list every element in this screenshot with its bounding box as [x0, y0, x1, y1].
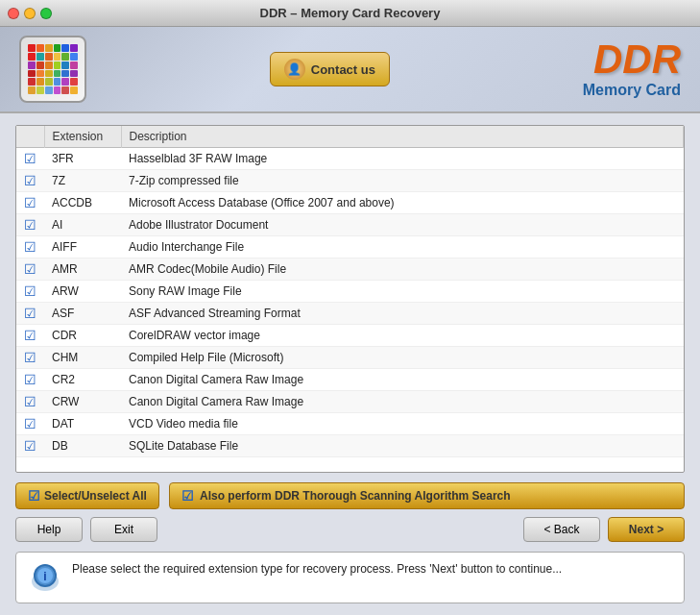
header: 👤 Contact us DDR Memory Card: [0, 27, 700, 113]
mosaic-cell: [36, 70, 44, 78]
mosaic-cell: [36, 78, 44, 86]
maximize-button[interactable]: [40, 8, 52, 19]
bottom-controls: ☑ Select/Unselect All ☑ Also perform DDR…: [15, 482, 685, 542]
row-checkbox[interactable]: ☑: [16, 192, 44, 214]
row-description: Canon Digital Camera Raw Image: [121, 369, 684, 391]
row-extension: AI: [44, 214, 121, 236]
row-description: 7-Zip compressed file: [121, 170, 684, 192]
mosaic-cell: [54, 53, 61, 61]
row-checkbox[interactable]: ☑: [16, 347, 44, 369]
mosaic-cell: [61, 78, 69, 86]
table-row[interactable]: ☑ AI Adobe Illustrator Document: [16, 214, 684, 236]
row-description: Compiled Help File (Microsoft): [121, 347, 684, 369]
mosaic-cell: [70, 78, 78, 86]
table-row[interactable]: ☑ ASF ASF Advanced Streaming Format: [16, 303, 684, 325]
brand-name: DDR: [583, 39, 681, 80]
row-extension: ACCDB: [44, 192, 121, 214]
table-row[interactable]: ☑ CRW Canon Digital Camera Raw Image: [16, 391, 684, 413]
mosaic-cell: [70, 44, 78, 52]
col-extension: Extension: [44, 126, 121, 148]
row-extension: CRW: [44, 391, 121, 413]
row-description: Audio Interchange File: [121, 236, 684, 258]
table-row[interactable]: ☑ ACCDB Microsoft Access Database (Offic…: [16, 192, 684, 214]
mosaic-cell: [70, 53, 78, 61]
mosaic-cell: [45, 70, 53, 78]
row-checkbox[interactable]: ☑: [16, 148, 44, 170]
row-checkbox[interactable]: ☑: [16, 214, 44, 236]
row-extension: ASF: [44, 303, 121, 325]
row-checkbox[interactable]: ☑: [16, 281, 44, 303]
table-row[interactable]: ☑ CR2 Canon Digital Camera Raw Image: [16, 369, 684, 391]
title-bar: DDR – Memory Card Recovery: [0, 0, 700, 27]
mosaic-cell: [36, 62, 44, 69]
mosaic-cell: [45, 78, 53, 86]
mosaic-cell: [28, 86, 36, 94]
window-controls[interactable]: [8, 8, 52, 19]
info-box: i Please select the required extension t…: [15, 552, 685, 603]
row-description: CorelDRAW vector image: [121, 325, 684, 347]
row-extension: 7Z: [44, 170, 121, 192]
mosaic-cell: [45, 53, 53, 61]
row-checkbox[interactable]: ☑: [16, 303, 44, 325]
info-icon: i: [28, 560, 62, 595]
table-row[interactable]: ☑ 7Z 7-Zip compressed file: [16, 170, 684, 192]
row-checkbox[interactable]: ☑: [16, 413, 44, 435]
row-description: Canon Digital Camera Raw Image: [121, 391, 684, 413]
col-description: Description: [121, 126, 684, 148]
table-row[interactable]: ☑ CHM Compiled Help File (Microsoft): [16, 347, 684, 369]
row-checkbox[interactable]: ☑: [16, 258, 44, 281]
minimize-button[interactable]: [24, 8, 36, 19]
mosaic-cell: [36, 86, 44, 94]
mosaic-cell: [45, 44, 53, 52]
row-checkbox[interactable]: ☑: [16, 236, 44, 258]
table-row[interactable]: ☑ DAT VCD Video media file: [16, 413, 684, 435]
select-all-button[interactable]: ☑ Select/Unselect All: [15, 482, 159, 509]
mosaic-cell: [61, 86, 69, 94]
next-button[interactable]: Next >: [608, 517, 685, 542]
svg-text:i: i: [43, 570, 46, 583]
exit-button[interactable]: Exit: [90, 517, 157, 542]
row-extension: ARW: [44, 281, 121, 303]
mosaic-cell: [54, 78, 61, 86]
row-extension: AMR: [44, 258, 121, 281]
info-message: Please select the required extension typ…: [72, 560, 562, 578]
row-checkbox[interactable]: ☑: [16, 369, 44, 391]
table-row[interactable]: ☑ CDR CorelDRAW vector image: [16, 325, 684, 347]
back-button[interactable]: < Back: [523, 517, 600, 542]
mosaic-cell: [45, 86, 53, 94]
mosaic-cell: [28, 70, 36, 78]
controls-row-2: Help Exit < Back Next >: [15, 517, 685, 542]
file-type-table-container[interactable]: Extension Description ☑ 3FR Hasselblad 3…: [15, 125, 685, 473]
row-extension: 3FR: [44, 148, 121, 170]
mosaic-cell: [54, 70, 61, 78]
row-extension: CR2: [44, 369, 121, 391]
mosaic-cell: [61, 53, 69, 61]
window-title: DDR – Memory Card Recovery: [260, 6, 441, 20]
table-row[interactable]: ☑ 3FR Hasselblad 3F RAW Image: [16, 148, 684, 170]
row-checkbox[interactable]: ☑: [16, 170, 44, 192]
mosaic-cell: [61, 44, 69, 52]
mosaic-cell: [54, 44, 61, 52]
brand-area: DDR Memory Card: [583, 39, 681, 99]
row-description: ASF Advanced Streaming Format: [121, 303, 684, 325]
row-checkbox[interactable]: ☑: [16, 391, 44, 413]
close-button[interactable]: [8, 8, 19, 19]
row-extension: AIFF: [44, 236, 121, 258]
row-checkbox[interactable]: ☑: [16, 325, 44, 347]
table-header-row: Extension Description: [16, 126, 684, 148]
help-button[interactable]: Help: [15, 517, 83, 542]
table-row[interactable]: ☑ DB SQLite Database File: [16, 435, 684, 457]
mosaic-cell: [54, 62, 61, 69]
table-row[interactable]: ☑ AMR AMR Codec(Mobile Audio) File: [16, 258, 684, 281]
table-row[interactable]: ☑ AIFF Audio Interchange File: [16, 236, 684, 258]
row-checkbox[interactable]: ☑: [16, 435, 44, 457]
table-row[interactable]: ☑ ARW Sony RAW Image File: [16, 281, 684, 303]
row-extension: DAT: [44, 413, 121, 435]
col-checkbox: [16, 126, 44, 148]
contact-button[interactable]: 👤 Contact us: [270, 52, 390, 86]
mosaic-cell: [54, 86, 61, 94]
row-description: Microsoft Access Database (Office 2007 a…: [121, 192, 684, 214]
brand-subtitle: Memory Card: [583, 82, 681, 99]
mosaic-cell: [61, 62, 69, 69]
row-description: Sony RAW Image File: [121, 281, 684, 303]
